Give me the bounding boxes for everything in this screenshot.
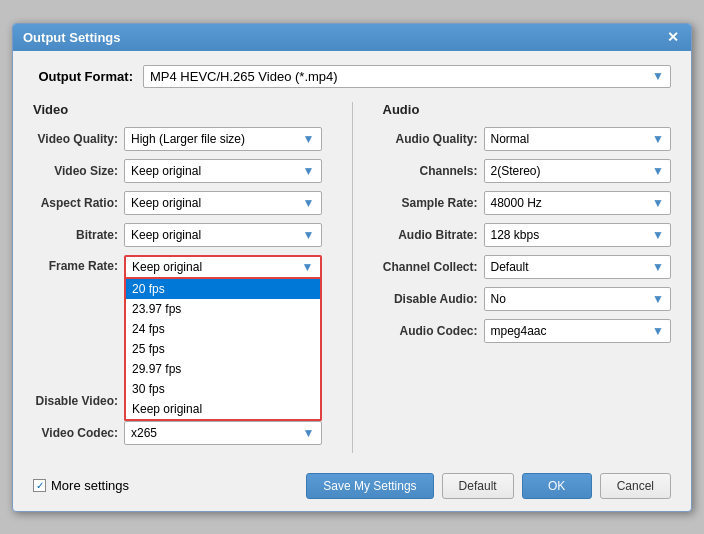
video-column: Video Video Quality: High (Larger file s… (33, 102, 322, 453)
video-size-value: Keep original (131, 164, 299, 178)
more-settings-label: More settings (51, 478, 129, 493)
list-item[interactable]: 29.97 fps (126, 359, 320, 379)
channel-collect-select[interactable]: Default ▼ (484, 255, 672, 279)
format-row: Output Format: MP4 HEVC/H.265 Video (*.m… (33, 65, 671, 88)
ok-button[interactable]: OK (522, 473, 592, 499)
bitrate-arrow: ▼ (303, 228, 315, 242)
format-label: Output Format: (33, 69, 133, 84)
sample-rate-arrow: ▼ (652, 196, 664, 210)
channels-label: Channels: (383, 164, 478, 178)
audio-bitrate-value: 128 kbps (491, 228, 649, 242)
bitrate-value: Keep original (131, 228, 299, 242)
channel-collect-row: Channel Collect: Default ▼ (383, 255, 672, 279)
format-dropdown-arrow: ▼ (652, 69, 664, 83)
list-item[interactable]: 30 fps (126, 379, 320, 399)
aspect-ratio-select[interactable]: Keep original ▼ (124, 191, 322, 215)
sample-rate-label: Sample Rate: (383, 196, 478, 210)
channels-row: Channels: 2(Stereo) ▼ (383, 159, 672, 183)
frame-rate-list: 20 fps 23.97 fps 24 fps 25 fps 29.97 fps… (126, 279, 320, 419)
audio-codec-row: Audio Codec: mpeg4aac ▼ (383, 319, 672, 343)
audio-bitrate-arrow: ▼ (652, 228, 664, 242)
video-quality-row: Video Quality: High (Larger file size) ▼ (33, 127, 322, 151)
video-codec-value: x265 (131, 426, 299, 440)
audio-codec-arrow: ▼ (652, 324, 664, 338)
sample-rate-select[interactable]: 48000 Hz ▼ (484, 191, 672, 215)
video-section-title: Video (33, 102, 322, 117)
disable-audio-row: Disable Audio: No ▼ (383, 287, 672, 311)
channels-arrow: ▼ (652, 164, 664, 178)
list-item[interactable]: Keep original (126, 399, 320, 419)
video-codec-label: Video Codec: (33, 426, 118, 440)
video-quality-value: High (Larger file size) (131, 132, 299, 146)
audio-bitrate-row: Audio Bitrate: 128 kbps ▼ (383, 223, 672, 247)
video-size-select[interactable]: Keep original ▼ (124, 159, 322, 183)
list-item[interactable]: 24 fps (126, 319, 320, 339)
more-settings-section: More settings (33, 478, 298, 493)
audio-bitrate-select[interactable]: 128 kbps ▼ (484, 223, 672, 247)
bottom-bar: More settings Save My Settings Default O… (13, 463, 691, 511)
video-quality-arrow: ▼ (303, 132, 315, 146)
frame-rate-select[interactable]: Keep original ▼ (124, 255, 322, 279)
video-quality-label: Video Quality: (33, 132, 118, 146)
disable-audio-value: No (491, 292, 649, 306)
audio-quality-arrow: ▼ (652, 132, 664, 146)
frame-rate-row: Frame Rate: Keep original ▼ 20 fps 23.97… (33, 255, 322, 279)
channels-value: 2(Stereo) (491, 164, 649, 178)
cancel-button[interactable]: Cancel (600, 473, 671, 499)
sample-rate-value: 48000 Hz (491, 196, 649, 210)
video-codec-arrow: ▼ (303, 426, 315, 440)
bitrate-row: Bitrate: Keep original ▼ (33, 223, 322, 247)
frame-rate-value: Keep original (132, 260, 298, 274)
video-codec-select[interactable]: x265 ▼ (124, 421, 322, 445)
disable-audio-label: Disable Audio: (383, 292, 478, 306)
close-button[interactable]: ✕ (665, 30, 681, 44)
video-size-arrow: ▼ (303, 164, 315, 178)
list-item[interactable]: 25 fps (126, 339, 320, 359)
bitrate-label: Bitrate: (33, 228, 118, 242)
save-settings-button[interactable]: Save My Settings (306, 473, 433, 499)
frame-rate-dropdown: 20 fps 23.97 fps 24 fps 25 fps 29.97 fps… (124, 279, 322, 421)
list-item[interactable]: 23.97 fps (126, 299, 320, 319)
disable-video-label: Disable Video: (33, 394, 118, 408)
column-divider (352, 102, 353, 453)
format-select[interactable]: MP4 HEVC/H.265 Video (*.mp4) ▼ (143, 65, 671, 88)
default-button[interactable]: Default (442, 473, 514, 499)
disable-audio-select[interactable]: No ▼ (484, 287, 672, 311)
frame-rate-container: Keep original ▼ 20 fps 23.97 fps 24 fps … (124, 255, 322, 279)
frame-rate-arrow: ▼ (302, 260, 314, 274)
aspect-ratio-value: Keep original (131, 196, 299, 210)
aspect-ratio-row: Aspect Ratio: Keep original ▼ (33, 191, 322, 215)
audio-column: Audio Audio Quality: Normal ▼ Channels: … (383, 102, 672, 453)
video-quality-select[interactable]: High (Larger file size) ▼ (124, 127, 322, 151)
audio-codec-value: mpeg4aac (491, 324, 649, 338)
aspect-ratio-arrow: ▼ (303, 196, 315, 210)
audio-codec-select[interactable]: mpeg4aac ▼ (484, 319, 672, 343)
more-settings-checkbox[interactable] (33, 479, 46, 492)
channel-collect-label: Channel Collect: (383, 260, 478, 274)
channel-collect-arrow: ▼ (652, 260, 664, 274)
title-bar: Output Settings ✕ (13, 24, 691, 51)
frame-rate-label: Frame Rate: (33, 255, 118, 273)
audio-quality-value: Normal (491, 132, 649, 146)
audio-quality-row: Audio Quality: Normal ▼ (383, 127, 672, 151)
aspect-ratio-label: Aspect Ratio: (33, 196, 118, 210)
video-codec-row: Video Codec: x265 ▼ (33, 421, 322, 445)
audio-quality-select[interactable]: Normal ▼ (484, 127, 672, 151)
channel-collect-value: Default (491, 260, 649, 274)
video-size-row: Video Size: Keep original ▼ (33, 159, 322, 183)
dialog-content: Output Format: MP4 HEVC/H.265 Video (*.m… (13, 51, 691, 463)
bitrate-select[interactable]: Keep original ▼ (124, 223, 322, 247)
columns: Video Video Quality: High (Larger file s… (33, 102, 671, 453)
output-settings-dialog: Output Settings ✕ Output Format: MP4 HEV… (12, 23, 692, 512)
audio-bitrate-label: Audio Bitrate: (383, 228, 478, 242)
dialog-title: Output Settings (23, 30, 121, 45)
video-size-label: Video Size: (33, 164, 118, 178)
disable-audio-arrow: ▼ (652, 292, 664, 306)
audio-codec-label: Audio Codec: (383, 324, 478, 338)
format-select-value: MP4 HEVC/H.265 Video (*.mp4) (150, 69, 648, 84)
sample-rate-row: Sample Rate: 48000 Hz ▼ (383, 191, 672, 215)
list-item[interactable]: 20 fps (126, 279, 320, 299)
audio-quality-label: Audio Quality: (383, 132, 478, 146)
channels-select[interactable]: 2(Stereo) ▼ (484, 159, 672, 183)
audio-section-title: Audio (383, 102, 672, 117)
